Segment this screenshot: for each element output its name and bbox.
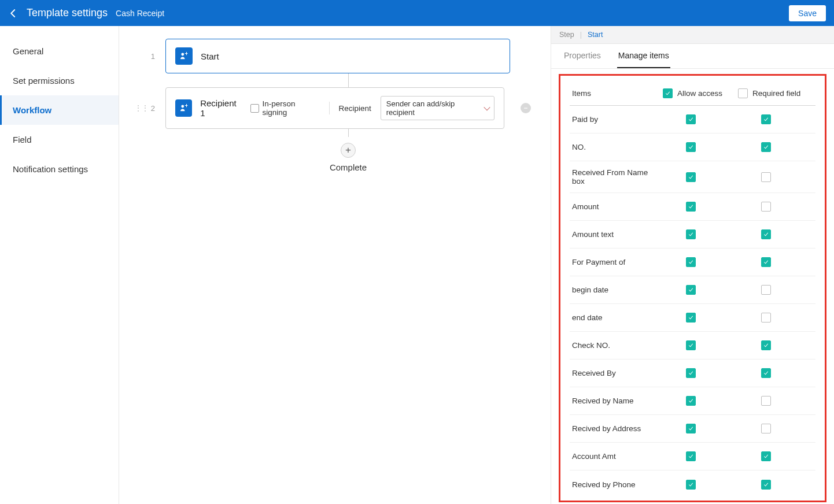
required-checkbox[interactable]	[761, 480, 771, 490]
svg-point-0	[181, 53, 184, 56]
item-row: Recived by Name	[570, 387, 815, 415]
sidebar-item-workflow[interactable]: Workflow	[0, 95, 119, 125]
allow-access-checkbox[interactable]	[686, 285, 696, 295]
allow-access-checkbox[interactable]	[686, 202, 696, 212]
item-name: Account Amt	[572, 452, 663, 461]
allow-access-checkbox[interactable]	[686, 368, 696, 378]
workflow-canvas: 1 Start ⋮⋮ 2 Recipient 1	[119, 26, 551, 504]
item-row: Recived by Address	[570, 415, 815, 443]
step-number: ⋮⋮ 2	[139, 104, 155, 113]
right-panel: Step | Start Properties Manage items Ite…	[551, 26, 834, 504]
item-name: Amount text	[572, 230, 663, 239]
allow-access-checkbox[interactable]	[686, 257, 696, 267]
allow-access-checkbox[interactable]	[686, 142, 696, 152]
sidebar-item-set-permissions[interactable]: Set permissions	[0, 66, 119, 95]
item-name: Received By	[572, 369, 663, 377]
back-icon[interactable]	[8, 8, 19, 18]
start-step-icon	[175, 47, 193, 65]
sidebar-item-field[interactable]: Field	[0, 125, 119, 154]
required-checkbox[interactable]	[761, 424, 771, 433]
remove-step-button[interactable]	[521, 103, 531, 113]
required-checkbox[interactable]	[761, 202, 771, 212]
item-row: Received By	[570, 360, 815, 387]
allow-access-checkbox[interactable]	[686, 229, 696, 239]
item-name: Paid by	[572, 115, 663, 124]
breadcrumb-separator: |	[580, 31, 582, 39]
workflow-recipient-card[interactable]: Recipient 1 In-person signing Recipient …	[165, 87, 504, 129]
items-highlight-box: Items Allow access Required field Paid b…	[559, 74, 826, 502]
step-title: Start	[201, 51, 219, 61]
required-checkbox[interactable]	[761, 229, 771, 239]
allow-access-checkbox[interactable]	[686, 172, 696, 182]
save-button[interactable]: Save	[789, 5, 826, 21]
item-name: NO.	[572, 143, 663, 151]
allow-access-header-checkbox[interactable]	[663, 88, 673, 98]
vertical-divider	[329, 102, 330, 114]
drag-handle-icon[interactable]: ⋮⋮	[135, 104, 149, 112]
required-checkbox[interactable]	[761, 340, 771, 350]
item-name: Recived by Phone	[572, 480, 663, 489]
add-step-button[interactable]: +	[341, 143, 356, 158]
column-allow-access: Allow access	[677, 89, 722, 98]
item-row: Recived by Phone	[570, 470, 815, 498]
item-name: For Payment of	[572, 258, 663, 266]
step-number: 1	[139, 52, 155, 61]
allow-access-checkbox[interactable]	[686, 396, 696, 406]
workflow-start-card[interactable]: Start	[165, 39, 510, 73]
item-name: Recived by Name	[572, 396, 663, 405]
breadcrumb-step: Step	[559, 31, 574, 39]
svg-point-1	[181, 105, 184, 108]
item-row: Amount	[570, 193, 815, 221]
required-header-checkbox[interactable]	[738, 88, 748, 98]
in-person-signing-checkbox[interactable]: In-person signing	[250, 99, 319, 117]
allow-access-checkbox[interactable]	[686, 424, 696, 433]
breadcrumb-current[interactable]: Start	[588, 31, 603, 39]
tab-properties[interactable]: Properties	[563, 44, 602, 68]
tab-manage-items[interactable]: Manage items	[617, 44, 670, 68]
item-row: end date	[570, 304, 815, 332]
item-row: Amount text	[570, 221, 815, 249]
allow-access-checkbox[interactable]	[686, 114, 696, 124]
required-checkbox[interactable]	[761, 257, 771, 267]
recipient-options-select[interactable]: Sender can add/skip recipient	[381, 96, 495, 120]
item-row: Account Amt	[570, 443, 815, 470]
workflow-connector	[348, 73, 349, 87]
item-name: end date	[572, 313, 663, 322]
step-title: Recipient 1	[200, 98, 242, 118]
page-subtitle: Cash Receipt	[116, 9, 164, 18]
sidebar: General Set permissions Workflow Field N…	[0, 26, 119, 504]
sidebar-item-notification-settings[interactable]: Notification settings	[0, 154, 119, 184]
item-row: For Payment of	[570, 249, 815, 276]
allow-access-checkbox[interactable]	[686, 451, 696, 461]
workflow-connector	[348, 129, 349, 137]
items-table-header: Items Allow access Required field	[570, 81, 815, 106]
recipient-step-icon	[175, 99, 192, 117]
breadcrumb: Step | Start	[551, 26, 834, 44]
item-name: Recived by Address	[572, 424, 663, 433]
item-name: begin date	[572, 286, 663, 294]
sidebar-item-general[interactable]: General	[0, 36, 119, 66]
required-checkbox[interactable]	[761, 285, 771, 295]
item-row: Check NO.	[570, 332, 815, 360]
required-checkbox[interactable]	[761, 142, 771, 152]
panel-tabs: Properties Manage items	[551, 44, 834, 69]
role-label: Recipient	[338, 104, 371, 113]
item-row: begin date	[570, 276, 815, 304]
item-name: Check NO.	[572, 341, 663, 350]
allow-access-checkbox[interactable]	[686, 313, 696, 323]
required-checkbox[interactable]	[761, 313, 771, 323]
required-checkbox[interactable]	[761, 451, 771, 461]
page-title: Template settings	[27, 7, 108, 19]
required-checkbox[interactable]	[761, 368, 771, 378]
app-header: Template settings Cash Receipt Save	[0, 0, 834, 26]
required-checkbox[interactable]	[761, 172, 771, 182]
allow-access-checkbox[interactable]	[686, 480, 696, 490]
required-checkbox[interactable]	[761, 396, 771, 406]
column-required: Required field	[752, 89, 800, 98]
item-name: Received From Name box	[572, 168, 663, 186]
required-checkbox[interactable]	[761, 114, 771, 124]
allow-access-checkbox[interactable]	[686, 340, 696, 350]
item-row: Received From Name box	[570, 161, 815, 193]
item-name: Amount	[572, 202, 663, 211]
svg-rect-2	[524, 108, 527, 109]
